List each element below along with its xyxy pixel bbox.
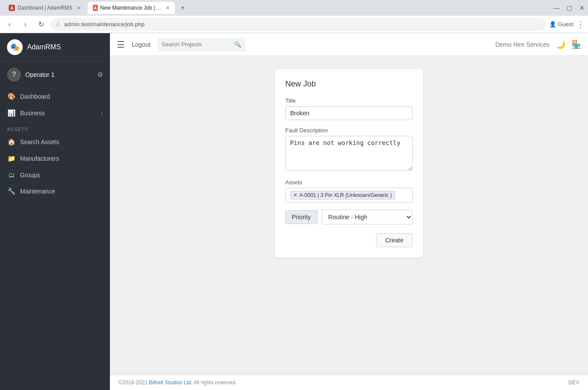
window-controls: — ▢ ✕ bbox=[554, 4, 585, 11]
card-title: New Job bbox=[285, 79, 413, 89]
topbar-right: Demo Hire Services 🌙 🏪 bbox=[496, 40, 581, 49]
sidebar-item-maintenance[interactable]: 🔧 Maintenance bbox=[0, 183, 110, 200]
sidebar-item-label: Dashboard bbox=[20, 93, 50, 100]
sidebar-user-section: ? Operator 1 ⚙ bbox=[0, 62, 110, 88]
sidebar: 🎭 AdamRMS ? Operator 1 ⚙ 🎨 Dashboard 📊 B… bbox=[0, 33, 110, 390]
tab1-favicon: A bbox=[9, 5, 15, 11]
warehouse-icon[interactable]: 🏪 bbox=[571, 40, 581, 49]
page-footer: ©2018-2021 Bithell Studios Ltd. All righ… bbox=[110, 375, 588, 390]
assets-group: Assets ✕ A-0001 | 3 Pin XLR (Unknown/Gen… bbox=[285, 179, 413, 203]
manufacturers-icon: 📁 bbox=[7, 155, 16, 162]
menu-toggle-icon[interactable]: ☰ bbox=[117, 39, 125, 50]
fault-label: Fault Description bbox=[285, 127, 413, 134]
window-maximize[interactable]: ▢ bbox=[567, 4, 572, 11]
browser-profile[interactable]: 👤 Guest bbox=[549, 21, 573, 28]
asset-remove-icon[interactable]: ✕ bbox=[293, 192, 297, 198]
assets-input[interactable]: ✕ A-0001 | 3 Pin XLR (Unknown/Generic ) bbox=[285, 188, 413, 203]
sidebar-item-label: Business bbox=[20, 110, 45, 117]
dark-mode-toggle[interactable]: 🌙 bbox=[556, 40, 565, 49]
footer-version: DEV bbox=[568, 380, 579, 386]
reload-button[interactable]: ↻ bbox=[35, 18, 47, 31]
sidebar-item-manufacturers[interactable]: 📁 Manufacturers bbox=[0, 150, 110, 167]
tab2-favicon: A bbox=[93, 5, 98, 11]
search-icon: 🔍 bbox=[234, 41, 241, 48]
sidebar-item-search-assets[interactable]: 🏠 Search Assets bbox=[0, 134, 110, 150]
new-tab-button[interactable]: + bbox=[177, 2, 189, 14]
sidebar-item-business[interactable]: 📊 Business ‹ bbox=[0, 105, 110, 121]
topbar: ☰ Logout 🔍 Demo Hire Services 🌙 🏪 bbox=[110, 33, 588, 56]
security-warning-icon: ⚠ bbox=[56, 21, 61, 28]
new-job-card: New Job Title Fault Description Assets bbox=[275, 69, 423, 258]
business-icon: 📊 bbox=[7, 109, 16, 117]
settings-icon[interactable]: ⚙ bbox=[97, 71, 103, 79]
window-minimize[interactable]: — bbox=[554, 4, 560, 11]
window-close[interactable]: ✕ bbox=[579, 4, 585, 11]
back-button[interactable]: ‹ bbox=[3, 18, 16, 31]
sidebar-username: Operator 1 bbox=[25, 71, 93, 78]
fault-description-textarea[interactable] bbox=[285, 136, 413, 171]
tab1-close[interactable]: ✕ bbox=[77, 5, 81, 11]
search-assets-icon: 🏠 bbox=[7, 138, 16, 146]
maintenance-icon: 🔧 bbox=[7, 187, 16, 195]
sidebar-item-dashboard[interactable]: 🎨 Dashboard bbox=[0, 88, 110, 105]
tab1-label: Dashboard | AdamRMS bbox=[17, 5, 72, 11]
priority-group: Priority Routine - High Routine - Low Ur… bbox=[285, 210, 413, 224]
company-name: Demo Hire Services bbox=[496, 41, 550, 48]
profile-icon: 👤 bbox=[549, 21, 556, 28]
sidebar-header: 🎭 AdamRMS bbox=[0, 33, 110, 62]
browser-tab-1[interactable]: A Dashboard | AdamRMS ✕ bbox=[3, 2, 86, 14]
tab2-close[interactable]: ✕ bbox=[166, 5, 170, 11]
app-name: AdamRMS bbox=[27, 43, 61, 51]
title-label: Title bbox=[285, 97, 413, 104]
address-url: admin.test/maintenance/job.php bbox=[64, 21, 144, 28]
sidebar-item-label: Groups bbox=[20, 172, 40, 179]
sidebar-item-groups[interactable]: 🗂 Groups bbox=[0, 167, 110, 183]
profile-name: Guest bbox=[558, 21, 573, 28]
card-footer: Create bbox=[285, 233, 413, 247]
create-button[interactable]: Create bbox=[376, 233, 413, 247]
project-search[interactable]: 🔍 bbox=[157, 38, 246, 52]
priority-label: Priority bbox=[285, 210, 318, 224]
fault-description-group: Fault Description bbox=[285, 127, 413, 172]
sidebar-item-label: Search Assets bbox=[20, 138, 59, 145]
title-group: Title bbox=[285, 97, 413, 120]
address-bar[interactable]: ⚠ admin.test/maintenance/job.php bbox=[51, 18, 546, 31]
sidebar-item-label: Manufacturers bbox=[20, 155, 59, 162]
assets-section-label: ASSETS bbox=[0, 121, 110, 134]
main-content: New Job Title Fault Description Assets bbox=[110, 56, 588, 375]
user-avatar: ? bbox=[7, 68, 21, 82]
browser-tab-2[interactable]: A New Maintenance Job | AdamRM… ✕ bbox=[88, 2, 175, 14]
groups-icon: 🗂 bbox=[7, 171, 16, 179]
title-input[interactable] bbox=[285, 106, 413, 120]
footer-company-link[interactable]: Bithell Studios Ltd. bbox=[149, 380, 192, 386]
app-logo: 🎭 bbox=[7, 39, 23, 55]
asset-tag-label: A-0001 | 3 Pin XLR (Unknown/Generic ) bbox=[299, 192, 392, 198]
search-projects-input[interactable] bbox=[162, 41, 232, 48]
sidebar-item-label: Maintenance bbox=[20, 188, 55, 195]
footer-copyright: ©2018-2021 Bithell Studios Ltd. All righ… bbox=[119, 380, 237, 386]
assets-label: Assets bbox=[285, 179, 413, 186]
priority-select[interactable]: Routine - High Routine - Low Urgent Low bbox=[322, 210, 413, 224]
chevron-icon: ‹ bbox=[101, 110, 103, 117]
browser-menu-button[interactable]: ⋮ bbox=[577, 20, 585, 29]
dashboard-icon: 🎨 bbox=[7, 93, 16, 100]
asset-tag: ✕ A-0001 | 3 Pin XLR (Unknown/Generic ) bbox=[290, 191, 395, 200]
tab2-label: New Maintenance Job | AdamRM… bbox=[100, 5, 161, 11]
forward-button[interactable]: › bbox=[19, 18, 31, 31]
logout-link[interactable]: Logout bbox=[132, 41, 150, 48]
